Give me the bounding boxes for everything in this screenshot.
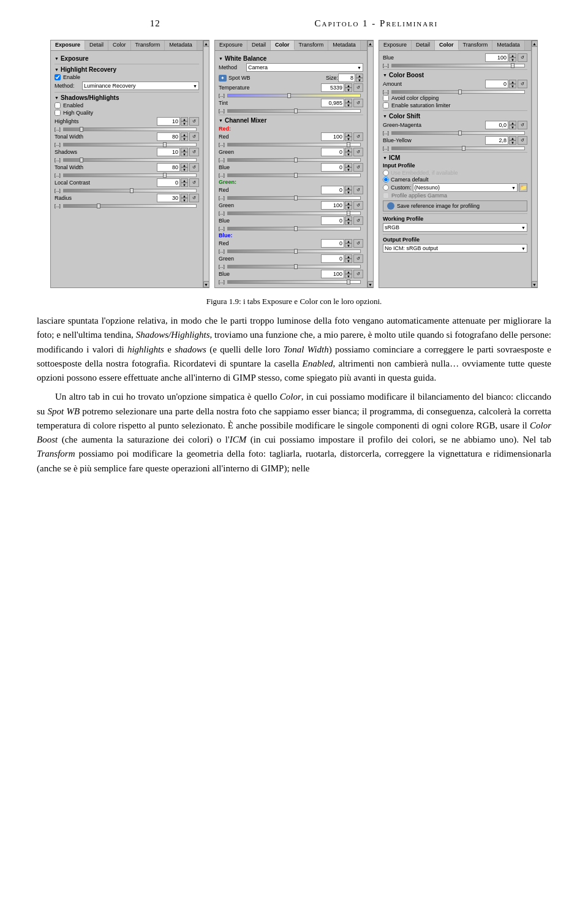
amount-slider[interactable] xyxy=(391,90,525,94)
tonal-width-up[interactable]: ▲ xyxy=(181,132,188,137)
tonal-width2-up[interactable]: ▲ xyxy=(181,163,188,167)
tonal-width2-reset[interactable]: ↺ xyxy=(189,163,199,172)
saturation-limiter-checkbox[interactable] xyxy=(383,102,389,108)
local-contrast-down[interactable]: ▼ xyxy=(181,183,188,187)
tab3-metadata[interactable]: Metadata xyxy=(492,40,525,50)
cm-rr-up[interactable]: ▲ xyxy=(345,132,352,137)
p3-blue-slider[interactable] xyxy=(391,64,525,67)
cm-blue-blue-value[interactable]: 100 xyxy=(321,270,344,278)
p3-blue-down[interactable]: ▼ xyxy=(509,58,516,62)
cm-gb-slider[interactable] xyxy=(227,227,361,230)
p3-scroll-down[interactable]: ▼ xyxy=(532,281,538,287)
output-profile-dropdown[interactable]: No ICM: sRGB output ▼ xyxy=(383,244,527,253)
tonal-width-down[interactable]: ▼ xyxy=(181,137,188,141)
cm-rb-up[interactable]: ▲ xyxy=(345,163,352,167)
cm-bb-slider[interactable] xyxy=(227,280,361,284)
tonal-width-slider[interactable] xyxy=(63,143,197,146)
gm-slider[interactable] xyxy=(391,131,525,135)
enable-checkbox[interactable] xyxy=(55,74,61,80)
tint-slider[interactable] xyxy=(227,109,361,113)
cm-rg-up[interactable]: ▲ xyxy=(345,148,352,152)
cm-gg-up[interactable]: ▲ xyxy=(345,201,352,205)
cm-gr-up[interactable]: ▲ xyxy=(345,186,352,190)
wb-method-dropdown[interactable]: Camera ▼ xyxy=(246,63,363,72)
avoid-clipping-checkbox[interactable] xyxy=(383,95,389,101)
p3-scroll-up[interactable]: ▲ xyxy=(532,40,538,47)
working-profile-dropdown[interactable]: sRGB ▼ xyxy=(383,223,527,232)
cm-rg-slider[interactable] xyxy=(227,158,361,162)
cm-gb-reset[interactable]: ↺ xyxy=(353,216,363,225)
cm-rr-down[interactable]: ▼ xyxy=(345,137,352,141)
tonal-width2-value[interactable]: 80 xyxy=(157,163,180,172)
amount-reset[interactable]: ↺ xyxy=(518,80,527,88)
tint-down[interactable]: ▼ xyxy=(345,103,352,107)
p3-blue-up[interactable]: ▲ xyxy=(509,53,516,58)
temperature-value[interactable]: 5339 xyxy=(321,83,344,92)
cm-gg-slider[interactable] xyxy=(227,211,361,215)
tonal-width2-slider[interactable] xyxy=(63,173,197,177)
cm-red-red-value[interactable]: 100 xyxy=(321,132,344,141)
radius-up[interactable]: ▲ xyxy=(181,194,188,198)
cm-br-slider[interactable] xyxy=(227,249,361,253)
cm-bg-slider[interactable] xyxy=(227,265,361,268)
camera-default-radio[interactable] xyxy=(383,177,389,183)
cm-rb-reset[interactable]: ↺ xyxy=(353,163,363,172)
cm-green-blue-value[interactable]: 0 xyxy=(321,216,344,225)
cm-bb-up[interactable]: ▲ xyxy=(345,270,352,274)
cm-bg-up[interactable]: ▲ xyxy=(345,254,352,259)
cm-rb-slider[interactable] xyxy=(227,173,361,177)
by-reset[interactable]: ↺ xyxy=(518,136,527,145)
temperature-up[interactable]: ▲ xyxy=(345,83,352,88)
highlights-reset[interactable]: ↺ xyxy=(189,117,199,126)
use-embedded-radio[interactable] xyxy=(383,170,389,176)
radius-value[interactable]: 30 xyxy=(157,194,180,202)
shadows-value[interactable]: 10 xyxy=(157,148,180,156)
tab2-metadata[interactable]: Metadata xyxy=(328,40,361,50)
cm-green-green-value[interactable]: 100 xyxy=(321,201,344,210)
custom-dropdown[interactable]: (Nessuno) ▼ xyxy=(413,183,518,192)
custom-browse-btn[interactable]: 📁 xyxy=(519,183,527,192)
tab3-detail[interactable]: Detail xyxy=(412,40,435,50)
amount-up[interactable]: ▲ xyxy=(509,80,516,84)
panel1-scrollbar[interactable]: ▲ ▼ xyxy=(203,40,209,287)
tab-metadata[interactable]: Metadata xyxy=(165,40,197,50)
panel2-scrollbar[interactable]: ▲ ▼ xyxy=(367,40,373,287)
blue-yellow-value[interactable]: 2,8 xyxy=(485,136,508,145)
green-magenta-value[interactable]: 0,0 xyxy=(485,121,508,129)
shadows-slider[interactable] xyxy=(63,158,197,162)
method-dropdown[interactable]: Luminance Recovery ▼ xyxy=(82,82,199,90)
tab-exposure[interactable]: Exposure xyxy=(51,40,85,50)
amount-down[interactable]: ▼ xyxy=(509,84,516,88)
size-down[interactable]: ▼ xyxy=(356,78,363,82)
cm-bg-reset[interactable]: ↺ xyxy=(353,254,363,263)
tab3-exposure[interactable]: Exposure xyxy=(379,40,412,50)
cm-rr-slider[interactable] xyxy=(227,143,361,146)
cm-rg-reset[interactable]: ↺ xyxy=(353,148,363,156)
highlights-slider[interactable] xyxy=(63,127,197,131)
cm-gb-up[interactable]: ▲ xyxy=(345,216,352,221)
highlights-down[interactable]: ▼ xyxy=(181,121,188,126)
cm-rg-down[interactable]: ▼ xyxy=(345,152,352,156)
enabled-checkbox[interactable] xyxy=(55,102,61,108)
amount-value[interactable]: 0 xyxy=(485,80,508,88)
shadows-up[interactable]: ▲ xyxy=(181,148,188,152)
cm-br-down[interactable]: ▼ xyxy=(345,243,352,248)
local-contrast-slider[interactable] xyxy=(63,189,197,192)
cm-red-blue-value[interactable]: 0 xyxy=(321,163,344,172)
cm-bb-reset[interactable]: ↺ xyxy=(353,270,363,278)
save-reference-btn[interactable]: Save reference image for profiling xyxy=(383,200,527,211)
tint-reset[interactable]: ↺ xyxy=(353,99,363,107)
tab3-color[interactable]: Color xyxy=(435,40,459,50)
highlights-up[interactable]: ▲ xyxy=(181,117,188,121)
cm-red-green-value[interactable]: 0 xyxy=(321,148,344,156)
by-up[interactable]: ▲ xyxy=(509,136,516,140)
cm-green-red-value[interactable]: 0 xyxy=(321,186,344,194)
radius-reset[interactable]: ↺ xyxy=(189,194,199,202)
p2-scroll-down[interactable]: ▼ xyxy=(368,281,374,287)
gm-reset[interactable]: ↺ xyxy=(518,121,527,129)
temperature-reset[interactable]: ↺ xyxy=(353,83,363,92)
radius-down[interactable]: ▼ xyxy=(181,198,188,202)
cm-gb-down[interactable]: ▼ xyxy=(345,221,352,225)
highlights-value[interactable]: 10 xyxy=(157,117,180,126)
gm-down[interactable]: ▼ xyxy=(509,125,516,129)
